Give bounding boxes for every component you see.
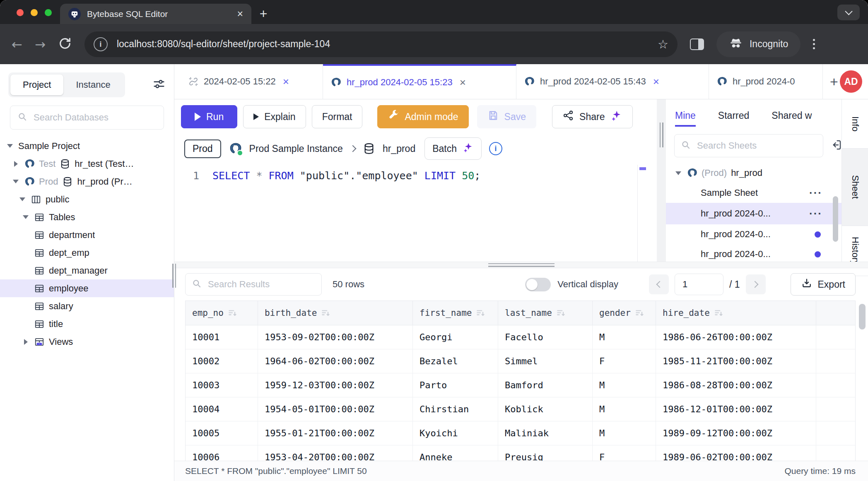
format-button[interactable]: Format <box>312 105 363 128</box>
tab-project[interactable]: Project <box>10 75 63 95</box>
column-header-first-name[interactable]: first_name <box>413 301 498 325</box>
search-sheets-input[interactable] <box>696 140 817 152</box>
vertical-display-toggle[interactable] <box>525 278 551 291</box>
sort-icon[interactable] <box>321 308 330 317</box>
sheet-item-hr-prod-2024-0[interactable]: hr_prod 2024-0... <box>666 224 841 244</box>
more-menu-icon[interactable]: ··· <box>809 207 822 220</box>
back-icon[interactable]: ← <box>12 37 22 52</box>
avatar[interactable]: AD <box>840 70 862 93</box>
sheet-item-sample-sheet[interactable]: Sample Sheet··· <box>666 183 841 203</box>
column-header-emp-no[interactable]: emp_no <box>186 301 258 325</box>
instance-name[interactable]: Prod Sample Instance <box>249 143 343 154</box>
page-input[interactable] <box>677 279 723 290</box>
search-results-input[interactable] <box>207 279 316 290</box>
database-search[interactable] <box>10 106 164 130</box>
rail-tab-info[interactable]: Info <box>842 99 868 149</box>
tree-item-hr-prod-pr[interactable]: Prodhr_prod (Pr… <box>0 173 174 190</box>
results-search[interactable] <box>185 273 322 296</box>
maximize-window-icon[interactable] <box>45 9 52 16</box>
caret-down-icon[interactable] <box>18 197 27 201</box>
page-number-input[interactable] <box>675 274 723 295</box>
sheet-search[interactable] <box>674 134 823 157</box>
admin-mode-button[interactable]: Admin mode <box>377 105 468 128</box>
table-row[interactable]: 100051955-01-21T00:00:00ZKyoichiMaliniak… <box>186 421 855 445</box>
table-row[interactable]: 100021964-06-02T00:00:00ZBezalelSimmelF1… <box>186 349 855 373</box>
filter-settings-icon[interactable] <box>152 77 166 92</box>
environment-chip[interactable]: Prod <box>184 139 221 158</box>
tab-starred[interactable]: Starred <box>718 110 749 121</box>
sort-icon[interactable] <box>714 308 723 317</box>
prev-page-button[interactable] <box>649 274 669 294</box>
caret-down-icon[interactable] <box>12 180 20 183</box>
tree-item-public[interactable]: public <box>0 190 174 208</box>
horizontal-splitter[interactable] <box>174 262 868 268</box>
tab-mine[interactable]: Mine <box>675 110 696 121</box>
save-button[interactable]: Save <box>477 105 536 128</box>
column-header-last-name[interactable]: last_name <box>498 301 593 325</box>
table-row[interactable]: 100031959-12-03T00:00:00ZPartoBamfordM19… <box>186 373 855 397</box>
bookmark-star-icon[interactable]: ☆ <box>658 37 668 51</box>
close-tab-icon[interactable]: × <box>460 76 466 89</box>
table-row[interactable]: 100041954-05-01T00:00:00ZChirstianKoblic… <box>186 397 855 421</box>
close-tab-icon[interactable]: × <box>283 75 289 88</box>
tree-item-salary[interactable]: salary <box>0 297 174 315</box>
explain-button[interactable]: Explain <box>243 105 306 128</box>
export-button[interactable]: Export <box>791 273 856 296</box>
column-header-gender[interactable]: gender <box>593 301 656 325</box>
editor-scrollbar[interactable] <box>637 165 648 262</box>
url-bar[interactable]: i localhost:8080/sql-editor/sheet/projec… <box>84 31 678 57</box>
sort-icon[interactable] <box>476 308 485 317</box>
reload-icon[interactable] <box>58 36 72 52</box>
database-name[interactable]: hr_prod <box>383 143 415 154</box>
ai-sparkle-icon[interactable] <box>610 109 622 124</box>
table-row[interactable]: 100011953-09-02T00:00:00ZGeorgiFacelloM1… <box>186 325 855 349</box>
caret-right-icon[interactable] <box>22 339 30 345</box>
collapse-panel-icon[interactable] <box>830 139 841 153</box>
caret-right-icon[interactable] <box>12 161 20 167</box>
caret-down-icon[interactable] <box>6 144 14 148</box>
minimize-window-icon[interactable] <box>31 9 38 16</box>
rail-tab-sheet[interactable]: Sheet <box>842 149 868 226</box>
tree-item-department[interactable]: department <box>0 226 174 244</box>
tree-item-dept-manager[interactable]: dept_manager <box>0 262 174 279</box>
run-button[interactable]: Run <box>181 105 237 128</box>
sheet-item-hr-prod-2024-0[interactable]: hr_prod 2024-0...··· <box>666 203 841 224</box>
close-window-icon[interactable] <box>17 9 24 16</box>
side-panel-icon[interactable] <box>690 38 704 50</box>
tree-item-employee[interactable]: employee <box>0 279 174 297</box>
search-databases-input[interactable] <box>33 112 157 123</box>
sort-icon[interactable] <box>228 308 237 317</box>
tree-item-tables[interactable]: Tables <box>0 208 174 226</box>
editor-tab-hr-prod-2024-02-05-15-43[interactable]: hr_prod 2024-02-05 15:43× <box>516 64 709 99</box>
sql-editor[interactable]: 1 SELECT * FROM "public"."employee" LIMI… <box>174 163 657 262</box>
close-tab-icon[interactable]: × <box>237 8 243 20</box>
tab-shared[interactable]: Shared w <box>772 110 812 121</box>
batch-button[interactable]: Batch <box>424 137 482 160</box>
editor-tab-hr-prod-2024-0[interactable]: hr_prod 2024-0 <box>709 64 823 99</box>
tab-instance[interactable]: Instance <box>63 75 123 95</box>
caret-down-icon[interactable] <box>674 171 682 175</box>
sheet-item-hr-prod-2024-0[interactable]: hr_prod 2024-0... <box>666 244 841 262</box>
editor-tab-hr-prod-2024-02-05-15-23[interactable]: hr_prod 2024-02-05 15:23× <box>323 64 516 99</box>
sheet-list-scrollbar[interactable] <box>833 196 838 242</box>
column-header-birth-date[interactable]: birth_date <box>258 301 413 325</box>
forward-icon[interactable]: → <box>35 37 46 52</box>
vertical-splitter[interactable] <box>657 99 666 262</box>
caret-down-icon[interactable] <box>22 215 30 219</box>
share-button[interactable]: Share <box>552 105 633 128</box>
tree-item-title[interactable]: title <box>0 315 174 333</box>
tree-item-hr-test-test[interactable]: Testhr_test (Test… <box>0 155 174 173</box>
site-info-icon[interactable]: i <box>94 37 108 51</box>
close-tab-icon[interactable]: × <box>653 75 659 88</box>
browser-menu-icon[interactable] <box>813 39 815 49</box>
next-page-button[interactable] <box>746 274 766 294</box>
sort-icon[interactable] <box>635 308 644 317</box>
editor-tab-2024-02-05-15-22[interactable]: 2024-02-05 15:22× <box>181 64 323 99</box>
sidebar-resize-handle[interactable] <box>172 264 176 288</box>
connection-info-icon[interactable]: i <box>489 142 502 155</box>
more-menu-icon[interactable]: ··· <box>809 187 822 200</box>
window-controls[interactable] <box>17 9 52 16</box>
results-scrollbar[interactable] <box>859 304 866 329</box>
sort-icon[interactable] <box>556 308 565 317</box>
tree-item-views[interactable]: Views <box>0 333 174 351</box>
